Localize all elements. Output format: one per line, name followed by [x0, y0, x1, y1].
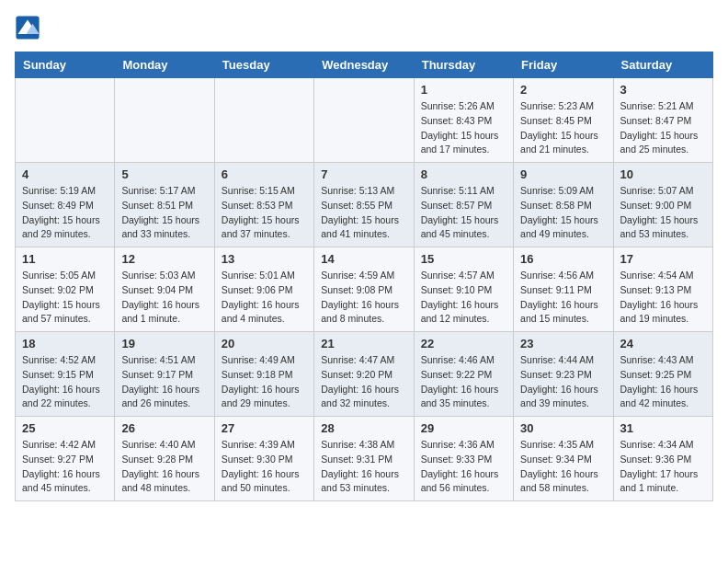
- cell-content: Sunrise: 5:17 AMSunset: 8:51 PMDaylight:…: [121, 184, 207, 242]
- calendar-cell: 30Sunrise: 4:35 AMSunset: 9:34 PMDayligh…: [514, 417, 613, 501]
- cell-line: and 45 minutes.: [421, 228, 490, 239]
- cell-content: Sunrise: 4:38 AMSunset: 9:31 PMDaylight:…: [321, 438, 406, 496]
- cell-line: Daylight: 17 hours: [620, 468, 699, 479]
- cell-line: Daylight: 16 hours: [321, 299, 399, 310]
- cell-line: Daylight: 15 hours: [121, 214, 199, 225]
- cell-line: and 22 minutes.: [22, 397, 91, 408]
- cell-content: Sunrise: 4:35 AMSunset: 9:34 PMDaylight:…: [520, 438, 606, 496]
- day-number: 6: [222, 167, 307, 181]
- cell-line: Daylight: 15 hours: [520, 130, 598, 141]
- calendar-cell: 28Sunrise: 4:38 AMSunset: 9:31 PMDayligh…: [314, 417, 414, 501]
- calendar-cell: 8Sunrise: 5:11 AMSunset: 8:57 PMDaylight…: [414, 163, 513, 247]
- calendar-cell: 26Sunrise: 4:40 AMSunset: 9:28 PMDayligh…: [115, 417, 214, 501]
- cell-line: and 1 minute.: [121, 313, 180, 324]
- day-number: 22: [421, 337, 506, 350]
- cell-content: Sunrise: 5:19 AMSunset: 8:49 PMDaylight:…: [22, 184, 108, 242]
- calendar-cell: 9Sunrise: 5:09 AMSunset: 8:58 PMDaylight…: [514, 163, 613, 247]
- cell-line: and 4 minutes.: [222, 313, 285, 324]
- calendar-cell: 31Sunrise: 4:34 AMSunset: 9:36 PMDayligh…: [613, 417, 712, 501]
- calendar-cell: 4Sunrise: 5:19 AMSunset: 8:49 PMDaylight…: [16, 163, 115, 247]
- day-number: 15: [421, 252, 506, 266]
- day-number: 3: [620, 83, 706, 97]
- day-number: 1: [421, 83, 506, 97]
- cell-line: Sunset: 9:02 PM: [22, 284, 94, 295]
- cell-line: Sunrise: 4:56 AM: [520, 270, 594, 281]
- cell-line: Daylight: 16 hours: [520, 468, 598, 479]
- cell-line: Sunset: 9:17 PM: [121, 369, 193, 380]
- week-row-4: 18Sunrise: 4:52 AMSunset: 9:15 PMDayligh…: [16, 332, 713, 417]
- cell-line: and 29 minutes.: [222, 397, 290, 408]
- cell-content: Sunrise: 5:09 AMSunset: 8:58 PMDaylight:…: [520, 184, 606, 242]
- cell-line: and 39 minutes.: [520, 397, 589, 408]
- calendar-cell: 24Sunrise: 4:43 AMSunset: 9:25 PMDayligh…: [613, 332, 712, 417]
- cell-content: Sunrise: 4:52 AMSunset: 9:15 PMDaylight:…: [22, 353, 108, 411]
- cell-content: Sunrise: 4:43 AMSunset: 9:25 PMDaylight:…: [620, 353, 706, 411]
- cell-line: and 33 minutes.: [121, 228, 190, 239]
- weekday-header-sunday: Sunday: [16, 52, 115, 78]
- cell-line: Daylight: 16 hours: [421, 468, 499, 479]
- cell-line: Sunset: 9:13 PM: [620, 284, 692, 295]
- cell-content: Sunrise: 4:54 AMSunset: 9:13 PMDaylight:…: [620, 269, 706, 327]
- cell-line: Daylight: 16 hours: [321, 384, 399, 395]
- week-row-3: 11Sunrise: 5:05 AMSunset: 9:02 PMDayligh…: [16, 247, 713, 332]
- calendar-cell: 20Sunrise: 4:49 AMSunset: 9:18 PMDayligh…: [214, 332, 313, 417]
- cell-line: Daylight: 16 hours: [121, 299, 199, 310]
- calendar-cell: 7Sunrise: 5:13 AMSunset: 8:55 PMDaylight…: [314, 163, 414, 247]
- cell-line: Daylight: 16 hours: [520, 384, 598, 395]
- cell-line: Sunrise: 4:51 AM: [121, 354, 195, 365]
- cell-line: and 45 minutes.: [22, 482, 91, 493]
- cell-line: Daylight: 16 hours: [121, 468, 199, 479]
- cell-line: and 53 minutes.: [321, 482, 390, 493]
- cell-line: Sunrise: 5:13 AM: [321, 185, 394, 196]
- cell-content: Sunrise: 5:01 AMSunset: 9:06 PMDaylight:…: [222, 269, 307, 327]
- cell-line: Sunset: 9:23 PM: [520, 369, 592, 380]
- cell-content: Sunrise: 5:11 AMSunset: 8:57 PMDaylight:…: [421, 184, 506, 242]
- cell-line: Daylight: 16 hours: [321, 468, 399, 479]
- cell-line: Sunrise: 4:35 AM: [520, 439, 594, 450]
- cell-line: and 56 minutes.: [421, 482, 490, 493]
- cell-line: and 49 minutes.: [520, 228, 589, 239]
- cell-line: Sunset: 9:27 PM: [22, 454, 94, 465]
- cell-line: and 53 minutes.: [620, 228, 689, 239]
- cell-line: Daylight: 16 hours: [620, 384, 699, 395]
- day-number: 31: [620, 421, 706, 435]
- cell-line: Sunset: 9:33 PM: [421, 454, 493, 465]
- day-number: 16: [520, 252, 606, 266]
- day-number: 14: [321, 252, 406, 266]
- cell-line: Daylight: 15 hours: [620, 130, 699, 141]
- cell-line: and 41 minutes.: [321, 228, 390, 239]
- cell-content: Sunrise: 4:34 AMSunset: 9:36 PMDaylight:…: [620, 438, 706, 496]
- cell-line: Sunrise: 4:46 AM: [421, 354, 495, 365]
- day-number: 20: [222, 337, 307, 350]
- cell-line: Sunset: 9:34 PM: [520, 454, 592, 465]
- cell-line: and 8 minutes.: [321, 313, 384, 324]
- day-number: 28: [321, 421, 406, 435]
- cell-content: Sunrise: 5:21 AMSunset: 8:47 PMDaylight:…: [620, 99, 706, 157]
- day-number: 5: [121, 167, 207, 181]
- day-number: 2: [520, 83, 606, 97]
- cell-line: and 12 minutes.: [421, 313, 490, 324]
- cell-line: Sunrise: 5:09 AM: [520, 185, 594, 196]
- calendar-cell: 5Sunrise: 5:17 AMSunset: 8:51 PMDaylight…: [115, 163, 214, 247]
- day-number: 9: [520, 167, 606, 181]
- cell-line: Sunrise: 4:34 AM: [620, 439, 694, 450]
- calendar-cell: 2Sunrise: 5:23 AMSunset: 8:45 PMDaylight…: [514, 78, 613, 163]
- cell-content: Sunrise: 4:47 AMSunset: 9:20 PMDaylight:…: [321, 353, 406, 411]
- page-header: [15, 15, 713, 40]
- cell-content: Sunrise: 4:39 AMSunset: 9:30 PMDaylight:…: [222, 438, 307, 496]
- cell-line: Sunrise: 4:38 AM: [321, 439, 394, 450]
- calendar-cell: 25Sunrise: 4:42 AMSunset: 9:27 PMDayligh…: [16, 417, 115, 501]
- cell-line: Daylight: 16 hours: [222, 468, 300, 479]
- calendar-cell: 3Sunrise: 5:21 AMSunset: 8:47 PMDaylight…: [613, 78, 712, 163]
- cell-line: Sunset: 9:18 PM: [222, 369, 293, 380]
- cell-line: Sunset: 9:30 PM: [222, 454, 293, 465]
- cell-line: and 57 minutes.: [22, 313, 91, 324]
- cell-line: Sunset: 9:28 PM: [121, 454, 193, 465]
- cell-line: Sunset: 9:20 PM: [321, 369, 392, 380]
- calendar-cell: 13Sunrise: 5:01 AMSunset: 9:06 PMDayligh…: [214, 247, 313, 332]
- cell-content: Sunrise: 4:46 AMSunset: 9:22 PMDaylight:…: [421, 353, 506, 411]
- calendar-cell: 14Sunrise: 4:59 AMSunset: 9:08 PMDayligh…: [314, 247, 414, 332]
- cell-line: Sunset: 8:43 PM: [421, 115, 493, 126]
- cell-line: Sunrise: 5:21 AM: [620, 100, 694, 111]
- cell-line: Sunset: 9:06 PM: [222, 284, 293, 295]
